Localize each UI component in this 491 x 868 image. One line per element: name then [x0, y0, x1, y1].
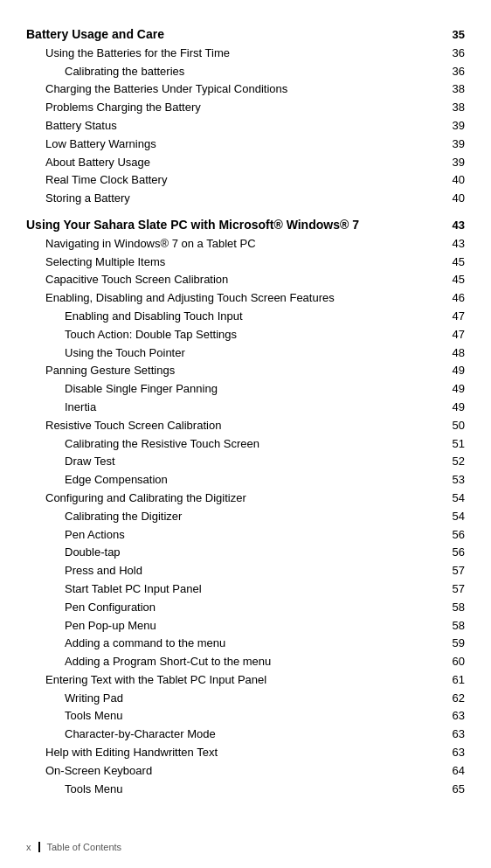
toc-title-15: Enabling and Disabling Touch Input: [65, 308, 439, 326]
toc-entry-13: Capacitive Touch Screen Calibration45: [26, 271, 465, 289]
toc-entry-38: Character-by-Character Mode63: [26, 726, 465, 744]
toc-entry-9: Storing a Battery40: [26, 190, 465, 208]
toc-page-23: 52: [439, 453, 465, 471]
toc-title-41: Tools Menu: [65, 781, 439, 799]
toc-page-27: 56: [439, 526, 465, 545]
toc-page-12: 45: [439, 253, 465, 272]
toc-entry-32: Pen Pop-up Menu58: [26, 617, 465, 635]
toc-container: Battery Usage and Care35Using the Batter…: [26, 24, 465, 798]
toc-title-21: Resistive Touch Screen Calibration: [45, 417, 439, 435]
toc-title-4: Problems Charging the Battery: [45, 99, 439, 117]
toc-entry-8: Real Time Clock Battery40: [26, 171, 465, 190]
toc-page-28: 56: [439, 544, 465, 562]
toc-title-38: Character-by-Character Mode: [65, 726, 439, 744]
toc-entry-24: Edge Compensation53: [26, 471, 465, 490]
toc-title-20: Inertia: [65, 399, 439, 417]
toc-entry-35: Entering Text with the Tablet PC Input P…: [26, 671, 465, 690]
toc-title-9: Storing a Battery: [45, 190, 439, 208]
footer-label: Table of Contents: [47, 842, 122, 852]
toc-title-31: Pen Configuration: [65, 599, 439, 617]
toc-page-15: 47: [439, 308, 465, 326]
toc-entry-22: Calibrating the Resistive Touch Screen51: [26, 435, 465, 454]
toc-title-7: About Battery Usage: [45, 154, 439, 172]
toc-entry-19: Disable Single Finger Panning49: [26, 380, 465, 399]
toc-title-30: Start Tablet PC Input Panel: [65, 580, 439, 599]
toc-page-2: 36: [439, 63, 465, 81]
toc-title-37: Tools Menu: [65, 707, 439, 726]
toc-page-17: 48: [439, 344, 465, 363]
toc-title-12: Selecting Multiple Items: [45, 253, 439, 272]
toc-entry-28: Double-tap56: [26, 544, 465, 562]
toc-entry-4: Problems Charging the Battery38: [26, 99, 465, 117]
toc-page-31: 58: [439, 599, 465, 617]
toc-title-33: Adding a command to the menu: [65, 635, 439, 653]
toc-entry-2: Calibrating the batteries36: [26, 63, 465, 81]
toc-entry-26: Calibrating the Digitizer54: [26, 508, 465, 526]
toc-entry-16: Touch Action: Double Tap Settings47: [26, 326, 465, 344]
toc-page-11: 43: [439, 235, 465, 253]
toc-entry-36: Writing Pad62: [26, 690, 465, 708]
footer-divider: [38, 842, 40, 852]
toc-title-11: Navigating in Windows® 7 on a Tablet PC: [45, 235, 439, 253]
toc-entry-31: Pen Configuration58: [26, 599, 465, 617]
toc-page-9: 40: [439, 190, 465, 208]
toc-page-36: 62: [439, 690, 465, 708]
toc-title-27: Pen Actions: [65, 526, 439, 545]
toc-page-13: 45: [439, 271, 465, 289]
toc-entry-17: Using the Touch Pointer48: [26, 344, 465, 363]
toc-title-26: Calibrating the Digitizer: [65, 508, 439, 526]
footer: x Table of Contents: [26, 842, 121, 852]
toc-page-8: 40: [439, 171, 465, 190]
toc-entry-5: Battery Status39: [26, 117, 465, 135]
toc-entry-0: Battery Usage and Care35: [26, 24, 465, 45]
footer-page: x: [26, 842, 31, 852]
toc-page-29: 57: [439, 562, 465, 580]
toc-page-22: 51: [439, 435, 465, 454]
toc-title-13: Capacitive Touch Screen Calibration: [45, 271, 439, 289]
toc-page-39: 63: [439, 744, 465, 762]
toc-page-6: 39: [439, 135, 465, 154]
toc-page-34: 60: [439, 653, 465, 671]
toc-title-35: Entering Text with the Tablet PC Input P…: [45, 671, 439, 690]
toc-entry-25: Configuring and Calibrating the Digitize…: [26, 490, 465, 508]
toc-title-5: Battery Status: [45, 117, 439, 135]
toc-entry-18: Panning Gesture Settings49: [26, 362, 465, 380]
toc-title-2: Calibrating the batteries: [65, 63, 439, 81]
toc-entry-39: Help with Editing Handwritten Text63: [26, 744, 465, 762]
toc-page-16: 47: [439, 326, 465, 344]
toc-entry-40: On-Screen Keyboard64: [26, 762, 465, 781]
toc-page-35: 61: [439, 671, 465, 690]
toc-page-20: 49: [439, 399, 465, 417]
toc-page-10: 43: [439, 217, 465, 235]
toc-title-3: Charging the Batteries Under Typical Con…: [45, 80, 439, 99]
toc-title-36: Writing Pad: [65, 690, 439, 708]
toc-title-25: Configuring and Calibrating the Digitize…: [45, 490, 439, 508]
toc-entry-21: Resistive Touch Screen Calibration50: [26, 417, 465, 435]
toc-page-3: 38: [439, 80, 465, 99]
toc-page-26: 54: [439, 508, 465, 526]
toc-entry-12: Selecting Multiple Items45: [26, 253, 465, 272]
toc-title-17: Using the Touch Pointer: [65, 344, 439, 363]
toc-page-41: 65: [439, 781, 465, 799]
toc-page-18: 49: [439, 362, 465, 380]
toc-page-30: 57: [439, 580, 465, 599]
toc-entry-27: Pen Actions56: [26, 526, 465, 545]
toc-entry-30: Start Tablet PC Input Panel57: [26, 580, 465, 599]
toc-entry-3: Charging the Batteries Under Typical Con…: [26, 80, 465, 99]
toc-page-32: 58: [439, 617, 465, 635]
toc-entry-14: Enabling, Disabling and Adjusting Touch …: [26, 289, 465, 308]
toc-entry-29: Press and Hold57: [26, 562, 465, 580]
toc-page-5: 39: [439, 117, 465, 135]
toc-entry-23: Draw Test52: [26, 453, 465, 471]
toc-title-28: Double-tap: [65, 544, 439, 562]
toc-title-22: Calibrating the Resistive Touch Screen: [65, 435, 439, 454]
toc-title-16: Touch Action: Double Tap Settings: [65, 326, 439, 344]
toc-title-8: Real Time Clock Battery: [45, 171, 439, 190]
toc-page-1: 36: [439, 45, 465, 63]
toc-title-10: Using Your Sahara Slate PC with Microsof…: [26, 215, 439, 234]
toc-page-33: 59: [439, 635, 465, 653]
toc-entry-20: Inertia49: [26, 399, 465, 417]
toc-title-32: Pen Pop-up Menu: [65, 617, 439, 635]
toc-page-37: 63: [439, 707, 465, 726]
toc-title-29: Press and Hold: [65, 562, 439, 580]
